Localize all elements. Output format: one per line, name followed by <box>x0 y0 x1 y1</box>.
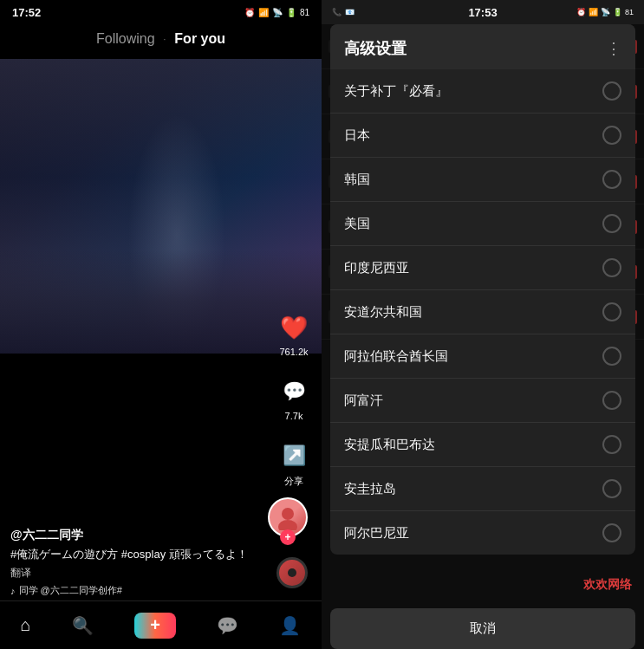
modal-item-label: 安道尔共和国 <box>344 304 422 321</box>
modal-item-4[interactable]: 印度尼西亚 <box>330 246 635 290</box>
radio-button[interactable] <box>602 347 621 366</box>
alarm-icon: ⏰ <box>244 8 255 17</box>
left-time: 17:52 <box>12 6 41 19</box>
caption-text: #俺流ゲームの遊び方 #cosplay 頑張ってるよ！ <box>10 547 270 562</box>
bottom-nav: ⌂ 🔍 + 💬 👤 <box>0 600 322 649</box>
left-panel: 17:52 ⏰ 📶 📡 🔋 81 Following · For you + <box>0 0 322 649</box>
heart-icon: ❤️ <box>276 310 311 345</box>
modal-item-label: 美国 <box>344 216 370 232</box>
share-button[interactable]: ↗️ 分享 <box>276 438 311 488</box>
left-status-icons: ⏰ 📶 📡 🔋 81 <box>244 8 309 17</box>
alarm2-icon: ⏰ <box>576 8 586 16</box>
music-disc-center <box>288 568 296 577</box>
for-you-tab[interactable]: For you <box>174 31 225 47</box>
home-icon: ⌂ <box>21 615 31 635</box>
music-disc <box>276 557 308 588</box>
modal-item-2[interactable]: 韩国 <box>330 158 635 202</box>
nav-discover[interactable]: 🔍 <box>72 615 94 636</box>
modal-item-label: 韩国 <box>344 172 370 188</box>
comment-button[interactable]: 💬 7.7k <box>276 374 311 421</box>
modal-item-label: 日本 <box>344 127 370 144</box>
modal-item-0[interactable]: 关于补丁『必看』 <box>330 69 635 114</box>
comment-icon: 💬 <box>276 374 311 409</box>
right-time: 17:53 <box>468 6 497 19</box>
radio-button[interactable] <box>602 126 621 145</box>
radio-button[interactable] <box>602 302 621 321</box>
music-disc-wrapper[interactable] <box>276 557 308 588</box>
radio-button[interactable] <box>602 523 621 542</box>
radio-button[interactable] <box>602 391 621 410</box>
comment-count: 7.7k <box>285 411 303 421</box>
watermark: 欢欢网络 <box>583 577 632 593</box>
right-panel: 📞 📧 17:53 ⏰ 📶 📡 🔋 81 年15 7ms mea ✕ 年15 1… <box>322 0 644 649</box>
radio-button[interactable] <box>602 214 621 233</box>
battery-level: 81 <box>300 8 309 17</box>
radio-button[interactable] <box>602 81 621 101</box>
caption-area: @六二二同学 #俺流ゲームの遊び方 #cosplay 頑張ってるよ！ 翻译 ♪ … <box>10 528 270 597</box>
translate-button[interactable]: 翻译 <box>10 566 270 581</box>
more-options-icon[interactable]: ⋮ <box>606 39 621 58</box>
modal-item-3[interactable]: 美国 <box>330 202 635 246</box>
profile-icon: 👤 <box>279 615 301 636</box>
modal-item-label: 阿富汗 <box>344 393 383 409</box>
music-note-icon: ♪ <box>10 586 16 596</box>
modal-item-label: 安提瓜和巴布达 <box>344 437 435 453</box>
modal-item-1[interactable]: 日本 <box>330 114 635 158</box>
radio-button[interactable] <box>602 479 621 498</box>
modal-item-6[interactable]: 阿拉伯联合酋长国 <box>330 334 635 379</box>
follow-plus-button[interactable]: + <box>280 529 296 545</box>
modal-header: 高级设置 ⋮ <box>330 24 635 69</box>
modal-item-label: 阿尔巴尼亚 <box>344 525 409 542</box>
nav-home[interactable]: ⌂ <box>21 615 31 635</box>
modal-title: 高级设置 <box>344 38 407 59</box>
modal-item-9[interactable]: 安圭拉岛 <box>330 467 635 511</box>
crowd-layer <box>0 250 322 354</box>
modal-item-label: 阿拉伯联合酋长国 <box>344 348 448 365</box>
signal-icon: 📶 <box>258 8 269 17</box>
music-info: ♪ 同学 @六二二同学创作# <box>10 584 270 597</box>
settings-modal: 高级设置 ⋮ 关于补丁『必看』 日本 韩国 美国 印度尼西亚 安道尔共和国 <box>330 24 635 555</box>
video-area[interactable] <box>0 59 322 354</box>
nav-profile[interactable]: 👤 <box>279 615 301 636</box>
modal-item-label: 关于补丁『必看』 <box>344 83 448 100</box>
wifi2-icon: 📡 <box>601 8 610 16</box>
nav-add-button[interactable]: + <box>134 613 176 639</box>
battery2-level: 81 <box>625 8 634 16</box>
cancel-button[interactable]: 取消 <box>330 608 635 649</box>
add-icon: + <box>150 615 160 635</box>
radio-button[interactable] <box>602 435 621 454</box>
like-button[interactable]: ❤️ 761.2k <box>276 310 311 357</box>
caption-username[interactable]: @六二二同学 <box>10 528 270 543</box>
share-icon: ↗️ <box>276 438 311 473</box>
messages-icon: 💬 <box>217 615 238 636</box>
right-icon2: 📧 <box>345 8 355 16</box>
share-label: 分享 <box>284 475 303 488</box>
following-tab[interactable]: Following <box>96 31 155 47</box>
nav-messages[interactable]: 💬 <box>217 615 238 636</box>
discover-icon: 🔍 <box>72 615 94 636</box>
left-nav: Following · For you <box>0 24 322 54</box>
nav-separator: · <box>164 35 166 44</box>
wifi-icon: 📡 <box>272 8 283 17</box>
modal-item-10[interactable]: 阿尔巴尼亚 <box>330 511 635 555</box>
modal-item-5[interactable]: 安道尔共和国 <box>330 290 635 334</box>
modal-items-list: 关于补丁『必看』 日本 韩国 美国 印度尼西亚 安道尔共和国 阿拉伯联合酋长国 <box>330 69 635 555</box>
right-icon1: 📞 <box>332 8 342 16</box>
modal-item-8[interactable]: 安提瓜和巴布达 <box>330 423 635 467</box>
right-status-right-icons: ⏰ 📶 📡 🔋 81 <box>576 8 634 16</box>
right-status-left-icons: 📞 📧 <box>332 8 355 16</box>
radio-button[interactable] <box>602 258 621 277</box>
avatar-image <box>275 504 301 530</box>
left-status-bar: 17:52 ⏰ 📶 📡 🔋 81 <box>0 0 322 24</box>
battery-icon: 🔋 <box>286 8 296 17</box>
creator-avatar-wrapper[interactable]: + <box>268 497 308 545</box>
svg-point-0 <box>282 508 294 520</box>
video-background <box>0 59 322 354</box>
signal2-icon: 📶 <box>589 8 598 16</box>
modal-item-label: 印度尼西亚 <box>344 260 409 276</box>
modal-item-label: 安圭拉岛 <box>344 481 396 497</box>
radio-button[interactable] <box>602 170 621 189</box>
like-count: 761.2k <box>279 347 308 357</box>
action-buttons: ❤️ 761.2k 💬 7.7k ↗️ 分享 <box>276 59 311 488</box>
modal-item-7[interactable]: 阿富汗 <box>330 379 635 423</box>
